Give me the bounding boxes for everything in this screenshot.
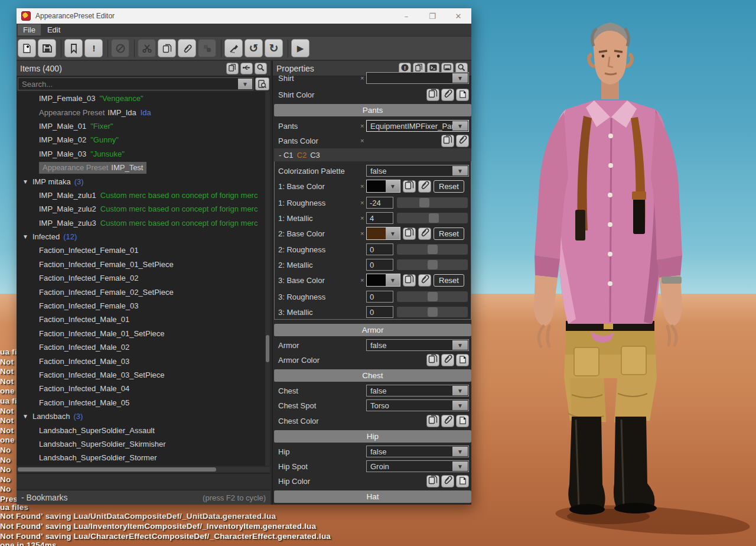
copy-button[interactable] [158,39,176,57]
slider-handle[interactable] [428,292,438,301]
reset-button[interactable]: Reset [434,274,464,287]
copy-button[interactable] [403,274,416,287]
section-header-pants[interactable]: Pants [274,104,471,116]
copy-button[interactable] [403,228,416,240]
list-item[interactable]: Faction_Infected_Female_02_SetPiece [17,285,271,298]
pages-button[interactable] [226,63,239,74]
group-row[interactable]: ▼ Landsbach (3) [17,410,271,423]
slider[interactable] [397,307,468,317]
clear-x[interactable]: × [360,74,364,82]
clear-x[interactable]: × [360,122,364,129]
hip-dropdown[interactable]: false ▼ [366,446,469,457]
chest-spot-dropdown[interactable]: Torso ▼ [366,399,469,411]
list-item[interactable]: IMP_Male_02"Gunny" [17,133,271,147]
hip-spot-dropdown[interactable]: Groin ▼ [366,460,469,472]
paperclip-button[interactable] [178,39,196,57]
slider-handle[interactable] [419,198,429,207]
titlebar[interactable]: AppearancePreset Editor – ❐ ✕ [17,8,471,24]
new-page-button[interactable] [456,89,469,101]
paperclip-button[interactable] [441,415,454,427]
colorization-palette-dropdown[interactable]: false ▼ [366,165,469,177]
list-item[interactable]: IMP_Male_zulu1Custom merc based on conce… [17,188,271,202]
list-item[interactable]: Landsbach_SuperSoldier_Stormer [17,451,271,464]
close-button[interactable]: ✕ [445,8,471,24]
paperclip-button[interactable] [441,475,454,488]
paperclip-button[interactable] [418,274,431,287]
list-item[interactable]: IMP_Male_zulu2Custom merc based on conce… [17,202,271,216]
list-item[interactable]: Faction_Infected_Female_03 [17,299,271,313]
clear-x[interactable]: × [360,137,364,144]
bookmarks-bar[interactable]: - Bookmarks (press F2 to cycle) [17,490,271,505]
list-item[interactable]: IMP_Female_03"Vengeance" [17,92,271,105]
paperclip-button[interactable] [418,228,431,240]
list-item[interactable]: Faction_Infected_Male_01 [17,313,271,326]
chevron-expanded-icon[interactable]: ▼ [22,413,28,420]
slider-handle[interactable] [428,260,438,269]
section-header-hat[interactable]: Hat [274,490,471,503]
copy-button[interactable] [441,135,454,147]
bookmark-button[interactable] [64,39,83,57]
section-header-hip[interactable]: Hip [274,430,471,443]
number-input[interactable]: 0 [366,291,393,303]
list-item[interactable]: IMP_Male_zulu3Custom merc based on conce… [17,216,271,230]
new-page-button[interactable] [456,354,469,366]
clean-broom-button[interactable] [224,39,243,57]
shirt-dropdown[interactable]: ▼ [366,72,469,84]
minimize-button[interactable]: – [393,8,419,24]
clear-x[interactable]: × [360,277,364,284]
list-item[interactable]: Faction_Infected_Male_04 [17,382,271,395]
play-button[interactable]: ▶ [291,39,309,57]
colorization-tab[interactable]: C3 [310,151,320,160]
clear-x[interactable]: × [360,214,364,222]
chevron-down-icon[interactable]: ▼ [238,79,252,89]
paperclip-button[interactable] [441,89,454,101]
search-in-document-button[interactable] [255,77,269,90]
copy-button[interactable] [426,354,439,366]
list-item[interactable]: Landsbach_SuperSoldier_Skirmisher [17,437,271,451]
slider[interactable] [397,291,468,302]
list-item[interactable]: Faction_Infected_Male_05 [17,396,271,410]
usb-button[interactable] [240,63,253,74]
paperclip-button[interactable] [418,180,431,193]
colorization-tab[interactable]: C2 [297,151,307,160]
colorization-tabs[interactable]: - C1C2C3 [274,148,471,161]
reset-button[interactable]: Reset [434,180,464,193]
slider-handle[interactable] [428,245,438,254]
reset-button[interactable]: Reset [434,228,464,240]
slider[interactable] [397,259,468,270]
list-item[interactable]: Faction_Infected_Female_02 [17,271,271,285]
list-item[interactable]: Faction_Infected_Male_03 [17,354,271,368]
slider-handle[interactable] [428,307,438,317]
number-input[interactable]: 0 [366,243,393,255]
color-swatch-picker[interactable]: ▼ [366,180,400,193]
number-input[interactable]: 0 [366,259,393,271]
list-item[interactable]: Faction_Infected_Male_01_SetPiece [17,327,271,340]
clear-x[interactable]: × [360,183,364,190]
exclamation-button[interactable]: ! [84,39,103,57]
cut-button[interactable] [138,39,156,57]
group-row[interactable]: ▼ IMP mitaka (3) [17,174,271,188]
new-page-button[interactable] [456,475,469,488]
clear-x[interactable]: × [360,199,364,206]
list-item[interactable]: IMP_Male_01"Fixer" [17,119,271,133]
chest-dropdown[interactable]: false ▼ [366,385,469,396]
maximize-button[interactable]: ❐ [419,8,445,24]
copy-button[interactable] [426,89,439,101]
pants-dropdown[interactable]: EquipmentIMPFixer_Pants ▼ [366,120,469,132]
list-item[interactable]: Faction_Infected_Female_01 [17,243,271,257]
list-item-selected[interactable]: Appearance PresetIMP_Test [17,161,271,174]
magnifier-button[interactable] [255,63,267,74]
list-item[interactable]: Faction_Infected_Male_02 [17,340,271,354]
colorization-tab[interactable]: - C1 [279,151,294,160]
list-item[interactable]: Appearance Preset IMP_Ida Ida [17,105,271,119]
slider[interactable] [397,197,468,208]
number-input[interactable]: 0 [366,306,393,318]
copy-button[interactable] [403,180,416,193]
slider[interactable] [397,244,468,255]
section-header-armor[interactable]: Armor [274,324,471,336]
paste-button[interactable] [198,39,216,57]
number-input[interactable]: 4 [366,212,393,224]
slider-handle[interactable] [429,213,439,223]
group-row[interactable]: ▼ Infected (12) [17,230,271,243]
items-vertical-scrollbar[interactable] [265,92,270,466]
